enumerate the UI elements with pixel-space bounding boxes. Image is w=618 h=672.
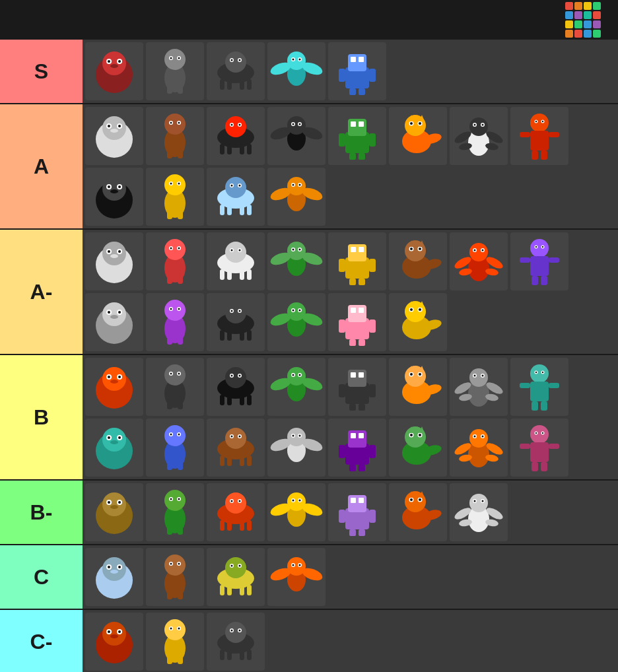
svg-rect-428 [247, 520, 252, 531]
monster-yellow-bat[interactable] [389, 293, 447, 351]
svg-point-242 [292, 310, 294, 312]
monster-brown-minotaur[interactable] [146, 107, 204, 165]
svg-point-156 [178, 248, 180, 250]
monster-white-horse[interactable] [85, 107, 143, 165]
monster-cyber-creature[interactable] [510, 232, 568, 290]
svg-point-396 [535, 432, 537, 434]
monster-black-ninja[interactable] [207, 358, 265, 416]
monster-brown-bear[interactable] [389, 232, 447, 290]
monster-red-dragon2[interactable] [85, 613, 143, 671]
monster-orange-girl[interactable] [389, 358, 447, 416]
svg-rect-301 [339, 384, 345, 397]
svg-point-410 [110, 505, 118, 509]
monster-black-lion[interactable] [267, 107, 326, 165]
svg-point-513 [225, 622, 246, 643]
svg-rect-440 [359, 498, 364, 503]
svg-rect-65 [247, 144, 252, 154]
monster-dark-demon[interactable] [207, 107, 265, 165]
svg-point-378 [410, 434, 413, 436]
monster-black-bird[interactable] [207, 293, 265, 351]
monster-blue-skull[interactable] [146, 419, 204, 477]
monster-red-dragon[interactable] [85, 42, 143, 100]
monster-cat-collar[interactable] [328, 483, 386, 541]
monster-dancer[interactable] [510, 419, 568, 477]
monster-yellow-cat[interactable] [146, 613, 204, 671]
monster-white-fox[interactable] [207, 232, 265, 290]
svg-rect-332 [532, 401, 538, 411]
monster-green-dragon2[interactable] [328, 107, 386, 165]
monster-red-butterfly[interactable] [450, 232, 508, 290]
monster-orange-phoenix[interactable] [389, 107, 447, 165]
svg-point-244 [299, 310, 301, 312]
monster-wolf[interactable] [146, 42, 204, 100]
monster-dark-bunny[interactable] [207, 613, 265, 671]
svg-rect-399 [530, 442, 549, 462]
monster-yellow-dog[interactable] [146, 168, 204, 226]
svg-rect-357 [240, 455, 244, 466]
monster-white-robot[interactable] [85, 232, 143, 290]
svg-rect-109 [532, 151, 538, 160]
monster-green-croc[interactable] [267, 232, 326, 290]
svg-rect-210 [520, 257, 530, 263]
monster-white-deer[interactable] [450, 483, 508, 541]
monster-teal-knight[interactable] [510, 358, 568, 416]
svg-rect-133 [227, 205, 232, 215]
monster-obi-warrior[interactable] [389, 483, 447, 541]
svg-point-324 [530, 364, 549, 383]
svg-rect-134 [240, 205, 244, 215]
monster-crystal-pokemon[interactable] [207, 168, 265, 226]
svg-point-498 [102, 622, 126, 646]
monster-green-dress[interactable] [389, 419, 447, 477]
monster-pink-bird[interactable] [328, 293, 386, 351]
monster-gold-beast[interactable] [328, 232, 386, 290]
svg-point-92 [469, 118, 488, 136]
svg-point-515 [231, 630, 233, 632]
header [0, 0, 618, 40]
svg-rect-251 [339, 319, 345, 333]
monster-green-plant[interactable] [146, 483, 204, 541]
svg-point-154 [170, 248, 172, 250]
monster-volcano[interactable] [267, 548, 326, 606]
svg-point-20 [239, 59, 241, 61]
svg-rect-178 [348, 244, 366, 261]
monster-bee[interactable] [267, 483, 326, 541]
svg-rect-165 [220, 269, 224, 280]
monster-green-mantis[interactable] [267, 358, 326, 416]
svg-point-470 [110, 570, 118, 574]
monster-black-creature[interactable] [85, 168, 143, 226]
svg-point-380 [419, 434, 421, 436]
monster-brown-rabbit2[interactable] [146, 548, 204, 606]
monster-purple-hands[interactable] [146, 293, 204, 351]
monster-white-hat[interactable] [267, 419, 326, 477]
monster-orange-tank[interactable] [267, 168, 326, 226]
monster-owl[interactable] [85, 483, 143, 541]
monster-striped-criminal[interactable] [328, 358, 386, 416]
svg-point-414 [170, 498, 172, 500]
monster-red-rabbit[interactable] [146, 232, 204, 290]
monster-teal-bird[interactable] [267, 42, 326, 100]
monster-red-bunny[interactable] [207, 483, 265, 541]
monster-gray-chest[interactable] [450, 358, 508, 416]
svg-rect-79 [369, 133, 376, 147]
monster-red-crab[interactable] [85, 358, 143, 416]
monster-orange-crab2[interactable] [450, 419, 508, 477]
svg-rect-477 [167, 590, 172, 599]
svg-rect-34 [348, 54, 366, 71]
monster-dark-moth[interactable] [146, 358, 204, 416]
monster-teal-crab[interactable] [85, 419, 143, 477]
monster-white-zebra[interactable] [450, 107, 508, 165]
monster-green-robot[interactable] [267, 293, 326, 351]
monster-ice-golem[interactable] [85, 548, 143, 606]
monster-yellow-cactus[interactable] [207, 548, 265, 606]
svg-rect-80 [349, 153, 356, 160]
tier-row-a-minus: A- [0, 230, 618, 355]
monster-red-samurai[interactable] [510, 107, 568, 165]
monster-ufo[interactable] [85, 293, 143, 351]
svg-point-352 [231, 436, 233, 438]
monster-blue-hedgehog[interactable] [328, 42, 386, 100]
monster-purple-ninja[interactable] [328, 419, 386, 477]
svg-rect-401 [549, 444, 559, 449]
monster-dark-beast[interactable] [207, 42, 265, 100]
svg-rect-444 [359, 529, 365, 536]
monster-brown-crab[interactable] [207, 419, 265, 477]
